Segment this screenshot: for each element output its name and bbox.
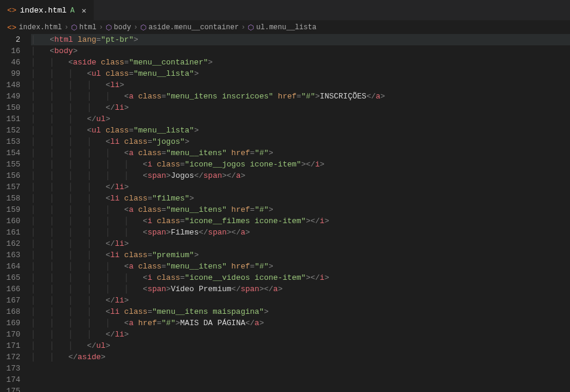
code-line[interactable]: │ │ │ │ │ │ <i class="icone__filmes icon… (31, 215, 570, 227)
line-number: 171 (0, 340, 20, 351)
line-number: 2 (0, 34, 20, 45)
tab-git-status: A (70, 7, 75, 15)
code-line[interactable]: │ │ │ </ul> (31, 340, 570, 351)
line-number: 167 (0, 295, 20, 306)
line-number: 169 (0, 317, 20, 329)
code-line[interactable]: │ │ │ │ │ │ <span>Vídeo Premium</span></… (31, 283, 570, 295)
code-content[interactable]: │ <html lang="pt-br">│ <body>│ │ <aside … (29, 34, 570, 392)
code-line[interactable]: │ │ │ │ <li class="premium"> (31, 249, 570, 261)
code-line[interactable]: │ │ │ │ <li class="jogos"> (31, 136, 570, 147)
breadcrumb-item[interactable]: index.html (19, 23, 62, 32)
code-line[interactable]: │ │ │ │ │ │ <span>Filmes</span></a> (31, 227, 570, 238)
code-line[interactable]: │ │ │ │ │ <a class="menu__itens" href="#… (31, 204, 570, 215)
code-line[interactable]: │ │ │ │ </li> (31, 238, 570, 249)
line-number: 172 (0, 351, 20, 363)
line-number: 150 (0, 102, 20, 113)
chevron-right-icon: › (99, 23, 103, 32)
line-number: 149 (0, 91, 20, 102)
close-icon[interactable]: ✕ (82, 6, 87, 16)
code-line[interactable]: │ │ │ │ │ <a class="menu_itens inscricoe… (31, 91, 570, 102)
line-number: 99 (0, 68, 20, 79)
line-number: 151 (0, 113, 20, 125)
code-line[interactable]: │ │ │ </ul> (31, 113, 570, 125)
line-number: 154 (0, 147, 20, 159)
line-number: 153 (0, 136, 20, 147)
chevron-right-icon: › (241, 23, 245, 32)
line-number: 168 (0, 306, 20, 317)
html-file-icon: <> (7, 23, 17, 32)
tag-icon: ⬡ (71, 23, 77, 32)
tag-icon: ⬡ (140, 23, 146, 32)
code-line[interactable]: │ │ │ │ </li> (31, 329, 570, 340)
code-line[interactable]: │ │ │ │ </li> (31, 181, 570, 193)
code-line[interactable]: │ │ </aside> (31, 351, 570, 363)
code-line[interactable]: │ <body> (31, 45, 570, 57)
html-file-icon: <> (7, 6, 17, 15)
code-line[interactable]: │ │ │ │ <li> (31, 79, 570, 91)
code-line[interactable]: │ │ │ │ │ <a class="menu__itens" href="#… (31, 261, 570, 272)
line-number: 164 (0, 261, 20, 272)
breadcrumb-item[interactable]: aside.menu__container (149, 23, 239, 32)
chevron-right-icon: › (64, 23, 69, 32)
tab-index-html[interactable]: <> index.html A ✕ (0, 0, 94, 20)
line-number: 152 (0, 125, 20, 136)
line-number: 170 (0, 329, 20, 340)
line-number: 159 (0, 204, 20, 215)
code-line[interactable]: │ │ │ │ │ │ <i class="icone__videos icon… (31, 272, 570, 283)
line-number: 148 (0, 79, 20, 91)
code-line[interactable]: │ │ │ │ │ <a href="#">MAIS DA PÁGINA</a> (31, 317, 570, 329)
code-line[interactable]: │ <html lang="pt-br"> (31, 34, 570, 45)
line-number: 166 (0, 283, 20, 295)
code-line[interactable]: │ │ │ │ │ │ <i class="icone__jogos icone… (31, 159, 570, 170)
line-number: 156 (0, 170, 20, 181)
line-number: 161 (0, 227, 20, 238)
tag-icon: ⬡ (106, 23, 112, 32)
line-number: 162 (0, 238, 20, 249)
breadcrumb-item[interactable]: html (79, 23, 97, 32)
line-number: 155 (0, 159, 20, 170)
breadcrumb-item[interactable]: ul.menu__lista (256, 23, 316, 32)
line-number: 165 (0, 272, 20, 283)
code-editor[interactable]: 2164699148149150151152153154155156157158… (0, 34, 570, 392)
tab-filename: index.html (20, 6, 67, 15)
chevron-right-icon: › (134, 23, 138, 32)
line-number: 157 (0, 181, 20, 193)
line-number: 175 (0, 385, 20, 392)
line-number: 173 (0, 363, 20, 374)
code-line[interactable]: │ │ │ <ul class="menu__lista"> (31, 68, 570, 79)
code-line[interactable]: │ │ │ │ │ │ <span>Jogos</span></a> (31, 170, 570, 181)
tab-bar: <> index.html A ✕ (0, 0, 570, 21)
code-line[interactable]: │ │ │ │ </li> (31, 102, 570, 113)
line-number: 163 (0, 249, 20, 261)
code-line[interactable]: │ │ <aside class="menu__container"> (31, 57, 570, 68)
breadcrumb: <> index.html › ⬡ html › ⬡ body › ⬡ asid… (0, 21, 570, 34)
line-number: 158 (0, 193, 20, 204)
line-number: 46 (0, 57, 20, 68)
tag-icon: ⬡ (248, 23, 254, 32)
code-line[interactable]: │ │ │ │ <li class="menu__itens maispagin… (31, 306, 570, 317)
breadcrumb-item[interactable]: body (114, 23, 131, 32)
code-line[interactable]: │ │ │ │ </li> (31, 295, 570, 306)
line-number: 160 (0, 215, 20, 227)
line-number-gutter: 2164699148149150151152153154155156157158… (0, 34, 29, 392)
code-line[interactable]: │ │ │ │ │ <a class="menu__itens" href="#… (31, 147, 570, 159)
code-line[interactable]: │ │ │ │ <li class="filmes"> (31, 193, 570, 204)
line-number: 174 (0, 374, 20, 385)
code-line[interactable]: │ │ │ <ul class="menu__lista"> (31, 125, 570, 136)
line-number: 16 (0, 45, 20, 57)
